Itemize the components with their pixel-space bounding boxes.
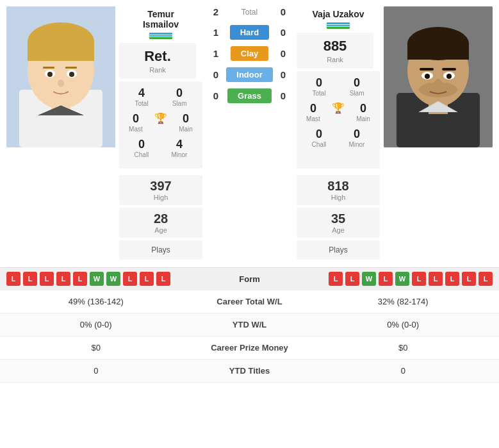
right-photo-spacer (384, 175, 493, 260)
player-right-chall-minor-row: 0 Chall 0 Minor (300, 128, 376, 148)
player-right-flag (297, 22, 380, 29)
form-badge-left: W (106, 272, 120, 286)
right-plays-card: Plays (297, 240, 380, 260)
hard-right: 0 (274, 27, 293, 38)
form-badge-right: L (479, 272, 493, 286)
ytd-wl-label: YTD W/L (186, 320, 314, 329)
grass-right: 0 (274, 90, 293, 101)
left-plays-label: Plays (124, 245, 197, 254)
ytd-wl-row: 0% (0-0) YTD W/L 0% (0-0) (0, 313, 499, 336)
svg-rect-11 (43, 67, 54, 69)
form-badge-right: L (429, 272, 443, 286)
form-label: Form (218, 274, 282, 284)
svg-point-24 (446, 74, 452, 79)
form-badge-right: W (395, 272, 409, 286)
hard-label: Hard (225, 25, 274, 40)
form-badge-right: W (362, 272, 376, 286)
center-spacer (206, 175, 293, 260)
hard-left: 1 (206, 27, 225, 38)
right-age-card: 35 Age (297, 208, 380, 238)
player-left-total-slam-row: 4 Total 0 Slam (123, 87, 199, 107)
titles-label: YTD Titles (186, 366, 314, 376)
ytd-wl-left: 0% (0-0) (6, 320, 186, 329)
left-age-card: 28 Age (119, 208, 202, 238)
player-left-info: Temur Ismailov Ret. Rank (119, 6, 202, 169)
player-left-total: 4 Total (135, 87, 149, 107)
player-left-mast: 0 Mast (129, 112, 143, 133)
indoor-label: Indoor (225, 67, 274, 82)
player-right-name: Vaja Uzakov (297, 6, 380, 21)
svg-point-28 (434, 79, 442, 88)
form-right: LLWLWLLLLL (282, 272, 493, 286)
career-wl-row: 49% (136-142) Career Total W/L 32% (82-1… (0, 290, 499, 313)
grass-row: 0 Grass 0 (206, 88, 293, 103)
player-right-minor: 0 Minor (348, 128, 364, 148)
svg-rect-26 (442, 68, 456, 71)
svg-rect-12 (65, 67, 77, 69)
grass-left: 0 (206, 90, 225, 101)
svg-point-9 (47, 72, 53, 77)
form-badge-right: L (412, 272, 426, 286)
clay-label: Clay (225, 46, 274, 61)
player-left-chall-minor-row: 0 Chall 4 Minor (123, 138, 199, 158)
total-right: 0 (274, 6, 293, 17)
high-age-plays-section: 397 High 28 Age Plays 818 High 35 Age Pl… (0, 175, 499, 265)
form-badge-left: L (73, 272, 87, 286)
hard-row: 1 Hard 0 (206, 25, 293, 40)
player-right-trophy-icon: 🏆 (332, 102, 345, 122)
form-badge-left: L (23, 272, 37, 286)
player-left-trophy-icon: 🏆 (154, 112, 167, 133)
comparison-section: Temur Ismailov Ret. Rank (0, 0, 499, 175)
player-right-total: 0 Total (313, 76, 326, 97)
main-container: Temur Ismailov Ret. Rank (0, 0, 499, 383)
titles-right: 0 (314, 366, 493, 376)
player-right-chall: 0 Chall (312, 128, 327, 148)
form-badge-left: L (56, 272, 70, 286)
right-high-label: High (300, 194, 376, 201)
indoor-row: 0 Indoor 0 (206, 67, 293, 82)
form-badge-right: L (329, 272, 343, 286)
indoor-right: 0 (274, 69, 293, 80)
player-left-chall: 0 Chall (135, 138, 149, 158)
player-left-stats-card: 4 Total 0 Slam 0 Mast 🏆 (119, 81, 202, 169)
svg-rect-25 (420, 68, 434, 71)
svg-rect-19 (407, 44, 469, 60)
total-label: Total (225, 8, 274, 17)
form-badge-left: W (90, 272, 104, 286)
left-high-value: 397 (123, 179, 199, 194)
form-badge-right: L (345, 272, 359, 286)
form-badge-left: L (156, 272, 170, 286)
clay-row: 1 Clay 0 (206, 46, 293, 61)
player-right-photo (384, 6, 493, 147)
titles-left: 0 (6, 366, 186, 376)
career-wl-left: 49% (136-142) (6, 297, 186, 306)
player-left-rank-value: Ret. (124, 48, 191, 65)
form-badge-left: L (40, 272, 54, 286)
right-high-value: 818 (300, 179, 376, 194)
form-badge-left: L (6, 272, 20, 286)
player-right-slam: 0 Slam (350, 76, 364, 97)
right-bottom-stats: 818 High 35 Age Plays (297, 175, 380, 260)
clay-right: 0 (274, 48, 293, 59)
form-section: LLLLLWWLLL Form LLWLWLLLLL (0, 267, 499, 290)
total-left: 2 (206, 6, 225, 17)
right-plays-label: Plays (302, 245, 375, 254)
player-right-rank-card: 885 Rank (297, 33, 373, 69)
player-right-stats-card: 0 Total 0 Slam 0 Mast 🏆 (297, 71, 380, 169)
player-right-main: 0 Main (356, 102, 370, 122)
prize-money-row: $0 Career Prize Money $0 (0, 336, 499, 360)
form-badge-right: L (462, 272, 476, 286)
player-left-mast-main-row: 0 Mast 🏆 0 Main (123, 112, 199, 133)
right-age-label: Age (300, 226, 376, 234)
svg-point-13 (58, 79, 64, 87)
total-row: 2 Total 0 (206, 6, 293, 17)
grass-label: Grass (225, 88, 274, 103)
player-right-mast-main-row: 0 Mast 🏆 0 Main (300, 102, 376, 122)
player-left-slam: 0 Slam (172, 87, 187, 107)
svg-point-10 (69, 72, 74, 77)
player-left-photo (6, 6, 115, 147)
form-left: LLLLLWWLLL (6, 272, 218, 286)
player-right-rank-label: Rank (302, 56, 368, 63)
prize-left: $0 (6, 343, 186, 353)
player-right-total-slam-row: 0 Total 0 Slam (300, 76, 376, 97)
